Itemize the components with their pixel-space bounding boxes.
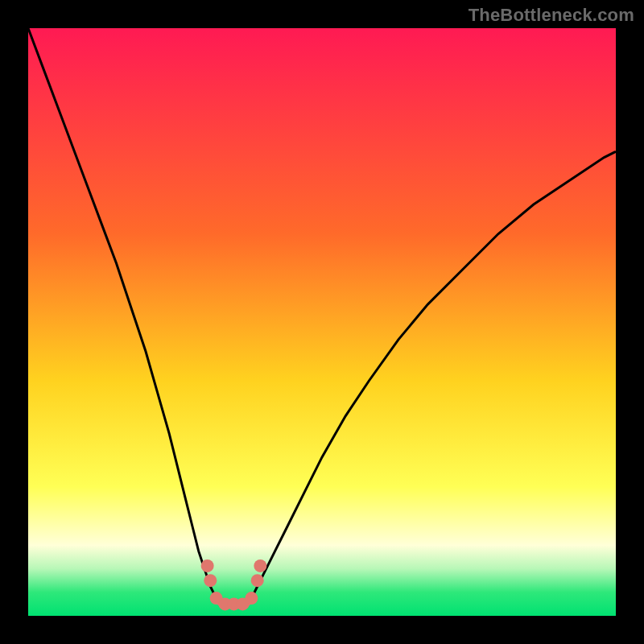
chart-svg (28, 28, 616, 616)
valley-marker (201, 559, 214, 572)
watermark-text: TheBottleneck.com (469, 5, 634, 26)
gradient-background (28, 28, 616, 616)
valley-marker (245, 592, 258, 605)
valley-marker (251, 574, 264, 587)
valley-marker (254, 559, 266, 572)
plot-area (28, 28, 616, 616)
valley-marker (204, 574, 217, 587)
chart-frame: TheBottleneck.com (0, 0, 644, 644)
